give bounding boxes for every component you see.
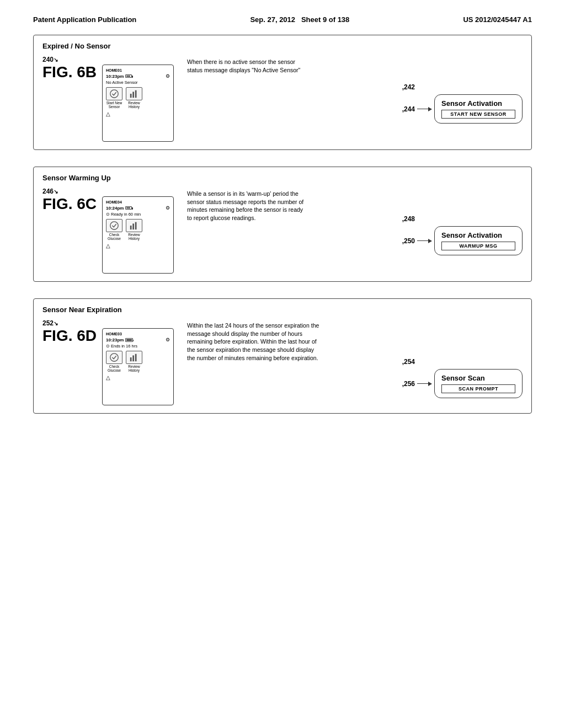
fig6d-status: ⊙ Ends in 16 hrs bbox=[106, 344, 170, 349]
fig6d-callout: Sensor Scan SCAN PROMPT bbox=[434, 369, 523, 398]
fig6c-btn1-icon bbox=[106, 219, 122, 232]
fig6b-inner: 240↘ FIG. 6B HOME01 10:23pm ⚙ No Active … bbox=[42, 56, 523, 142]
fig6b-title: Expired / No Sensor bbox=[42, 42, 523, 50]
fig6b-btn1-label: Start NewSensor bbox=[106, 101, 122, 109]
page-header: Patent Application Publication Sep. 27, … bbox=[0, 0, 565, 29]
fig6b-gear-icon: ⚙ bbox=[166, 73, 170, 79]
fig6b-btn2-icon bbox=[126, 87, 142, 100]
fig6b-btn1-icon bbox=[106, 87, 122, 100]
fig6d-device-header: 10:23pm ⚙ bbox=[106, 337, 170, 342]
fig6b-status: No Active Sensor bbox=[106, 80, 170, 85]
main-content: Expired / No Sensor 240↘ FIG. 6B HOME01 … bbox=[0, 29, 565, 441]
fig6b-callout: Sensor Activation START NEW SENSOR bbox=[434, 94, 523, 124]
fig6c-callout-number: ,250 bbox=[402, 237, 415, 245]
fig6c-triangle: △ bbox=[106, 243, 170, 249]
fig6c-inner: 246↘ FIG. 6C HOME04 10:24pm ⚙ ⊙ Ready bbox=[42, 188, 523, 274]
fig6d-callout-title: Sensor Scan bbox=[441, 374, 515, 382]
fig6c-section-number: 246↘ bbox=[42, 188, 58, 195]
fig6b-buttons: Start NewSensor ReviewHistory bbox=[106, 87, 170, 109]
fig6c-btn1[interactable]: CheckGlucose bbox=[106, 219, 122, 240]
fig6d-inner: 252↘ FIG. 6D HOME03 10:23pm bbox=[42, 319, 523, 405]
header-left: Patent Application Publication bbox=[33, 15, 136, 24]
fig6c-callout-title: Sensor Activation bbox=[441, 231, 515, 239]
fig6b-device: HOME01 10:23pm ⚙ No Active Sensor St bbox=[102, 65, 174, 142]
fig6b-device-id: HOME01 bbox=[106, 68, 170, 72]
fig6b-callout-number: ,244 bbox=[402, 105, 415, 113]
fig6d-description: Within the last 24 hours of the sensor e… bbox=[187, 322, 319, 362]
fig6b-callout-sub: START NEW SENSOR bbox=[441, 110, 515, 119]
fig6b-container: Expired / No Sensor 240↘ FIG. 6B HOME01 … bbox=[33, 35, 532, 150]
fig6d-btn2-label: ReviewHistory bbox=[128, 365, 140, 372]
fig6c-btn2[interactable]: ReviewHistory bbox=[126, 219, 142, 240]
fig6b-btn1[interactable]: Start NewSensor bbox=[106, 87, 122, 109]
fig6c-device-id: HOME04 bbox=[106, 200, 170, 204]
svg-point-4 bbox=[110, 222, 118, 229]
fig6c-description: While a sensor is in its 'warm-up' perio… bbox=[187, 190, 308, 222]
fig6b-arrow-number: ,242 bbox=[402, 83, 415, 91]
fig6c-btn2-icon bbox=[126, 219, 142, 232]
fig6b-device-header: 10:23pm ⚙ bbox=[106, 73, 170, 79]
fig6d-time: 10:23pm bbox=[106, 338, 133, 342]
fig6d-container: Sensor Near Expiration 252↘ FIG. 6D HOME… bbox=[33, 298, 532, 414]
fig6d-status-icon: ⊙ bbox=[106, 344, 110, 349]
fig6c-device-header: 10:24pm ⚙ bbox=[106, 205, 170, 211]
svg-rect-2 bbox=[132, 92, 134, 98]
fig6d-btn2-icon bbox=[126, 351, 142, 364]
fig6b-triangle: △ bbox=[106, 111, 170, 117]
svg-rect-7 bbox=[135, 222, 137, 230]
fig6d-btn1-label: CheckGlucose bbox=[108, 365, 121, 372]
fig6d-callout-number: ,256 bbox=[402, 380, 415, 388]
fig6c-label: FIG. 6C bbox=[42, 196, 97, 212]
svg-rect-9 bbox=[130, 357, 132, 361]
fig6c-container: Sensor Warming Up 246↘ FIG. 6C HOME04 10… bbox=[33, 167, 532, 282]
fig6d-title: Sensor Near Expiration bbox=[42, 306, 523, 314]
header-center: Sep. 27, 2012 Sheet 9 of 138 bbox=[250, 15, 349, 24]
fig6d-btn2[interactable]: ReviewHistory bbox=[126, 351, 142, 372]
fig6c-time: 10:24pm bbox=[106, 206, 132, 211]
fig6c-arrow-number: ,248 bbox=[402, 215, 415, 223]
fig6c-device: HOME04 10:24pm ⚙ ⊙ Ready in 60 min bbox=[102, 196, 174, 274]
fig6c-callout: Sensor Activation WARMUP MSG bbox=[434, 226, 523, 255]
fig6b-description: When there is no active sensor the senso… bbox=[187, 58, 308, 74]
fig6c-title: Sensor Warming Up bbox=[42, 174, 523, 182]
fig6d-section-number: 252↘ bbox=[42, 319, 58, 327]
fig6b-label: FIG. 6B bbox=[42, 65, 97, 80]
fig6c-callout-sub: WARMUP MSG bbox=[441, 242, 515, 250]
svg-point-0 bbox=[110, 90, 118, 98]
svg-rect-10 bbox=[132, 355, 134, 361]
fig6c-buttons: CheckGlucose ReviewHistory bbox=[106, 219, 170, 240]
fig6d-gear-icon: ⚙ bbox=[166, 337, 170, 342]
fig6b-btn2[interactable]: ReviewHistory bbox=[126, 87, 142, 109]
fig6c-status: ⊙ Ready in 60 min bbox=[106, 212, 170, 217]
fig6d-arrow bbox=[417, 382, 432, 386]
fig6b-btn2-label: ReviewHistory bbox=[128, 101, 140, 109]
fig6b-arrow bbox=[417, 107, 432, 111]
fig6d-btn1-icon bbox=[106, 351, 122, 364]
svg-point-8 bbox=[110, 354, 118, 361]
fig6c-btn2-label: ReviewHistory bbox=[128, 233, 140, 240]
fig6d-callout-sub: SCAN PROMPT bbox=[441, 384, 515, 393]
fig6c-btn1-label: CheckGlucose bbox=[108, 233, 121, 240]
fig6c-status-icon: ⊙ bbox=[106, 212, 110, 217]
fig6b-callout-title: Sensor Activation bbox=[441, 99, 515, 108]
fig6c-arrow bbox=[417, 239, 432, 243]
fig6d-buttons: CheckGlucose ReviewHistory bbox=[106, 351, 170, 372]
fig6d-btn1[interactable]: CheckGlucose bbox=[106, 351, 122, 372]
svg-rect-5 bbox=[130, 226, 132, 229]
svg-rect-3 bbox=[135, 90, 137, 98]
fig6c-gear-icon: ⚙ bbox=[166, 205, 170, 211]
fig6d-device: HOME03 10:23pm ⚙ ⊙ bbox=[102, 328, 174, 405]
svg-rect-1 bbox=[130, 94, 132, 98]
svg-rect-11 bbox=[135, 354, 137, 362]
fig6d-triangle: △ bbox=[106, 374, 170, 381]
fig6b-time: 10:23pm bbox=[106, 74, 132, 79]
fig6d-arrow-number: ,254 bbox=[402, 358, 415, 366]
fig6b-section-number: 240↘ bbox=[42, 56, 58, 63]
fig6d-device-id: HOME03 bbox=[106, 332, 170, 336]
fig6d-label: FIG. 6D bbox=[42, 328, 97, 344]
svg-rect-6 bbox=[132, 223, 134, 229]
header-right: US 2012/0245447 A1 bbox=[463, 15, 532, 24]
